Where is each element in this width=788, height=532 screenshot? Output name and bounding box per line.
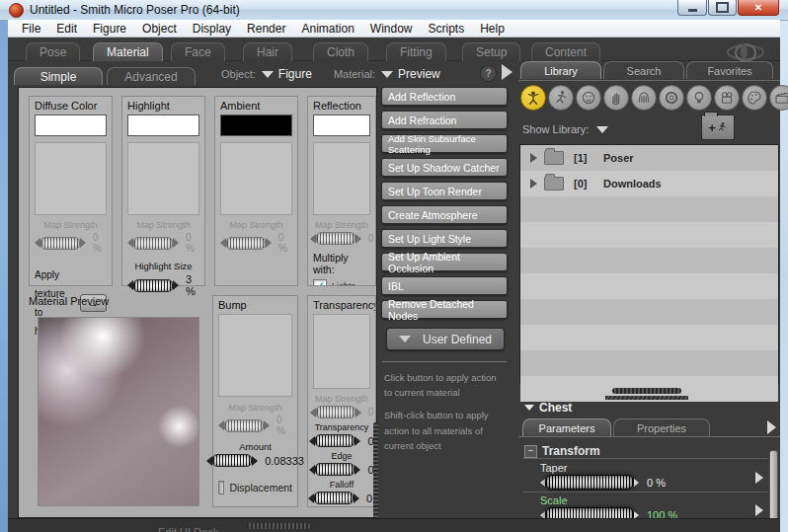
displacement-checkbox-row[interactable]: Displacement: [218, 481, 292, 494]
tab-library[interactable]: Library: [520, 61, 601, 79]
bump-map-box[interactable]: [218, 314, 292, 397]
menu-animation[interactable]: Animation: [293, 22, 361, 36]
map-strength-label: Map Strength: [35, 220, 107, 230]
tab-simple[interactable]: Simple: [14, 67, 103, 85]
poses-category-icon[interactable]: [548, 85, 574, 111]
menu-file[interactable]: File: [14, 22, 48, 36]
highlight-map-strength-dial[interactable]: 0 %: [127, 232, 199, 254]
panel-flyout-arrow-icon[interactable]: [767, 420, 776, 434]
library-item-poser[interactable]: [1] Poser: [520, 145, 778, 171]
set-up-light-style-button[interactable]: Set Up Light Style: [381, 229, 508, 248]
set-up-shadow-catcher-button[interactable]: Set Up Shadow Catcher: [381, 158, 508, 177]
menu-render[interactable]: Render: [239, 22, 293, 36]
cameras-category-icon[interactable]: [714, 85, 740, 111]
set-up-ambient-occlusion-button[interactable]: Set Up Ambient Occlusion: [381, 253, 508, 271]
library-item-downloads[interactable]: [0] Downloads: [520, 171, 778, 196]
highlight-color-swatch[interactable]: [127, 114, 199, 136]
reflection-map-strength-dial[interactable]: 0: [313, 232, 370, 245]
menu-figure[interactable]: Figure: [85, 22, 134, 36]
add-refraction-button[interactable]: Add Refraction: [381, 111, 508, 129]
menu-object[interactable]: Object: [134, 22, 185, 36]
tab-cloth[interactable]: Cloth: [313, 42, 368, 61]
displacement-checkbox[interactable]: [218, 481, 224, 494]
chevron-down-icon[interactable]: [596, 126, 608, 133]
reflection-map-box[interactable]: [313, 142, 370, 215]
tab-face[interactable]: Face: [171, 42, 225, 61]
add-skin-subsurface-scattering-button[interactable]: Add Skin Subsurface Scattering: [381, 134, 508, 153]
library-resize-handle[interactable]: [612, 388, 681, 394]
collapse-minus-icon[interactable]: −: [524, 445, 537, 458]
object-selector[interactable]: Figure: [262, 67, 312, 81]
menu-help[interactable]: Help: [472, 22, 512, 36]
help-button[interactable]: ?: [480, 65, 497, 82]
expand-arrow-icon[interactable]: [530, 179, 537, 189]
transparency-dial[interactable]: 0: [313, 434, 370, 447]
tab-search[interactable]: Search: [603, 61, 684, 79]
library-drag-handle[interactable]: [605, 396, 688, 400]
bump-map-strength-dial[interactable]: 0 %: [218, 415, 292, 436]
add-library-button[interactable]: +: [701, 114, 735, 140]
tab-pose[interactable]: Pose: [26, 42, 80, 61]
user-defined-button[interactable]: User Defined: [386, 328, 505, 350]
tab-parameters[interactable]: Parameters: [522, 418, 611, 436]
taper-dial-row: Taper 0 %: [540, 462, 777, 490]
diffuse-color-swatch[interactable]: [35, 114, 107, 136]
scenes-category-icon[interactable]: [769, 85, 788, 111]
lights-checkbox[interactable]: ✓: [313, 279, 327, 286]
hands-category-icon[interactable]: [603, 85, 629, 111]
panel-flyout-arrow-icon[interactable]: [502, 64, 512, 80]
figures-category-icon[interactable]: [520, 85, 546, 111]
highlight-size-dial[interactable]: 3 %: [127, 273, 199, 297]
minimize-button[interactable]: [677, 0, 707, 16]
diffuse-map-strength-dial[interactable]: 0 %: [35, 232, 107, 254]
reflection-color-swatch[interactable]: [313, 114, 370, 136]
tab-favorites[interactable]: Favorites: [686, 61, 773, 79]
actor-header[interactable]: Chest: [524, 401, 572, 415]
tab-fitting[interactable]: Fitting: [386, 42, 446, 61]
props-category-icon[interactable]: [659, 85, 684, 111]
panel-resize-handle[interactable]: [373, 422, 378, 521]
create-atmosphere-button[interactable]: Create Atmosphere: [381, 205, 508, 224]
add-reflection-button[interactable]: Add Reflection: [381, 87, 508, 106]
close-button[interactable]: ✕: [738, 0, 779, 16]
diffuse-map-box[interactable]: [35, 142, 107, 215]
amount-dial[interactable]: 0.08333: [218, 454, 292, 467]
tab-setup[interactable]: Setup: [462, 42, 520, 61]
expand-arrow-icon[interactable]: [530, 153, 537, 163]
ambient-map-box[interactable]: [220, 142, 292, 215]
transparency-map-strength-dial[interactable]: 0: [313, 406, 370, 418]
menu-scripts[interactable]: Scripts: [421, 22, 473, 36]
materials-category-icon[interactable]: [742, 85, 767, 111]
object-selector-label: Object:: [221, 68, 256, 80]
lights-checkbox-row[interactable]: ✓ Lights: [313, 279, 370, 286]
tab-advanced[interactable]: Advanced: [107, 67, 196, 85]
menu-edit[interactable]: Edit: [48, 22, 85, 36]
lights-category-icon[interactable]: [686, 85, 712, 111]
ambient-map-strength-value: 0 %: [278, 232, 292, 254]
tab-hair[interactable]: Hair: [243, 42, 292, 61]
dial-menu-arrow-icon[interactable]: [755, 504, 763, 516]
tab-material[interactable]: Material: [93, 42, 163, 61]
material-selector[interactable]: Preview: [381, 67, 440, 81]
hair-category-icon[interactable]: [631, 85, 657, 111]
ambient-map-strength-dial[interactable]: 0 %: [220, 232, 292, 254]
menu-display[interactable]: Display: [185, 22, 239, 36]
falloff-dial[interactable]: 0.: [313, 492, 370, 504]
dock-drag-handle[interactable]: [247, 523, 310, 529]
reflection-map-strength-value: 0: [368, 233, 374, 244]
edge-dial[interactable]: 0: [313, 463, 370, 476]
expressions-category-icon[interactable]: [576, 85, 601, 111]
taper-dial[interactable]: [540, 475, 639, 490]
dial-menu-arrow-icon[interactable]: [755, 472, 763, 484]
transform-group-header[interactable]: − Transform: [524, 444, 771, 458]
tab-properties[interactable]: Properties: [613, 418, 710, 436]
ambient-color-swatch[interactable]: [220, 114, 292, 136]
transparency-map-box[interactable]: [313, 314, 370, 389]
remove-detached-nodes-button[interactable]: Remove Detached Nodes: [381, 300, 508, 319]
set-up-toon-render-button[interactable]: Set Up Toon Render: [381, 182, 508, 200]
highlight-map-box[interactable]: [127, 142, 199, 215]
maximize-button[interactable]: [708, 0, 737, 16]
edit-ui-dock-label[interactable]: Edit UI Dock: [158, 526, 218, 532]
ibl-button[interactable]: IBL: [381, 276, 508, 295]
menu-window[interactable]: Window: [362, 22, 421, 36]
